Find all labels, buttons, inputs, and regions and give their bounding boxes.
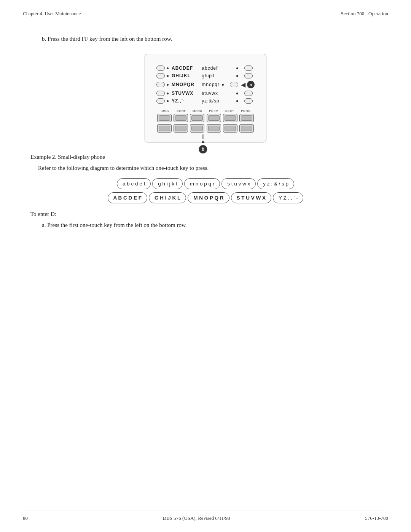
dot-4 [167,93,169,94]
key-btn-1-5[interactable] [223,114,237,122]
circle-b-label: b [199,145,207,153]
example-title: Example 2. Small-display phone [30,154,381,160]
dot-2r [236,75,238,77]
key-btn-2-1[interactable] [157,124,172,133]
key-btn-1-1[interactable] [157,114,172,122]
func-label-row: MSG CONF MENU PREV NEXT PROG [156,109,255,113]
key-btn-2-4[interactable] [207,124,221,133]
left-oval-4 [156,91,165,96]
key-MNOPQR: M N O P Q R [188,192,229,203]
key-mnopqr: m n o p q r [184,178,220,189]
key-GHIJKL: G H I J K L [149,192,186,203]
char-text-3: MNOPQR mnopqr [172,82,222,87]
dot-3 [167,84,169,86]
keyboard-diagram: a b c d e f g h i j k l m n o p q r s t … [30,178,381,203]
key-row-lower: a b c d e f g h i j k l m n o p q r s t … [117,178,294,189]
right-oval-4 [244,91,253,96]
char-text-5: YZ.,'- yz:&/sp [172,98,236,104]
key-btn-2-2[interactable] [174,124,188,133]
dot-3r [222,84,224,86]
char-row-2: GHIJKL ghijkl [156,73,255,78]
example-section: Example 2. Small-display phone Refer to … [30,154,381,228]
key-row-upper: A B C D E F G H I J K L M N O P Q R S T … [108,192,304,203]
page-footer: 80 DBS 576 (USA), Revised 6/11/98 576-13… [0,512,411,521]
key-btn-1-4[interactable] [207,114,221,122]
arrow-up-icon: ▲ [200,139,206,144]
char-text-2: GHIJKL ghijkl [172,73,236,78]
footer-right: 576-13-700 [365,515,388,521]
page-header: Chapter 4. User Maintenance Section 700 … [0,0,411,17]
dot-5 [167,100,169,102]
right-oval-3 [230,82,238,87]
right-oval-2 [244,73,253,78]
dot-1r [236,67,238,69]
dot-5r [236,100,238,102]
func-label-conf: CONF [174,109,188,113]
key-btn-1-3[interactable] [190,114,204,122]
func-label-prog: PROG [239,109,253,113]
main-content: b. Press the third FF key from the left … [0,17,411,244]
char-row-1: ABCDEF abcdef [156,66,255,71]
char-row-3: MNOPQR mnopqr ◀ a [156,81,255,88]
func-label-msg: MSG [158,109,172,113]
footer-divider [23,511,388,511]
char-rows: ABCDEF abcdef GHIJKL ghijkl [156,66,255,104]
to-enter: To enter D: [30,211,381,217]
footer-left: 80 [23,515,28,521]
left-oval-3 [156,82,165,87]
arrow-a: ◀ a [241,81,255,88]
phone-box: ABCDEF abcdef GHIJKL ghijkl [145,54,266,142]
left-oval-5 [156,98,165,104]
step-a-text: a. Press the first one-touch key from th… [42,222,381,228]
func-label-menu: MENU [190,109,205,113]
key-abcdef: a b c d e f [117,178,151,189]
phone-diagram: ABCDEF abcdef GHIJKL ghijkl [30,54,381,142]
key-btn-2-3[interactable] [190,124,204,133]
left-oval-1 [156,66,165,71]
key-ghijkl: g h i j k l [152,178,183,189]
dot-4r [236,93,238,94]
key-btn-1-6[interactable] [239,114,254,122]
char-text-4: STUVWX stuvwx [172,91,236,96]
dot-1 [167,67,169,69]
dot-2 [167,75,169,77]
circle-a-label: a [247,81,255,88]
btn-row-2-container: ▲ b [156,124,255,133]
key-stuvwx: s t u v w x [221,178,256,189]
btn-row-2 [156,124,255,133]
key-btn-2-6[interactable] [239,124,254,133]
char-text-1: ABCDEF abcdef [172,66,236,71]
step-b-text: b. Press the third FF key from the left … [42,36,381,42]
refer-text: Refer to the following diagram to determ… [38,165,381,171]
key-ABCDEF: A B C D E F [108,192,148,203]
header-right: Section 700 - Operation [341,11,388,17]
char-row-4: STUVWX stuvwx [156,91,255,96]
arrow-b-area: ▲ b [199,134,207,153]
left-oval-2 [156,73,165,78]
key-btn-2-5[interactable] [223,124,237,133]
footer-center: DBS 576 (USA), Revised 6/11/98 [163,515,230,521]
func-label-prev: PREV [206,109,221,113]
btn-row-1 [156,114,255,122]
key-YZ: Y Z . , ' - [273,192,303,203]
header-left: Chapter 4. User Maintenance [23,11,81,17]
char-row-5: YZ.,'- yz:&/sp [156,98,255,104]
right-oval-5 [244,98,253,104]
key-yzsp: y z : & / s p [257,178,294,189]
key-STUVWX: S T U V W X [231,192,272,203]
arrow-left-icon: ◀ [241,81,245,88]
func-label-next: NEXT [223,109,237,113]
key-btn-1-2[interactable] [174,114,188,122]
right-oval-1 [244,66,253,71]
